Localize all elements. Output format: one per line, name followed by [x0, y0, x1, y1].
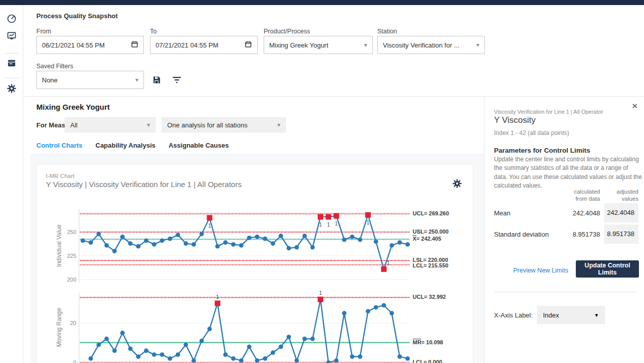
control-limits-panel: ✕ Viscosity Verification for Line 1 | Al…: [484, 97, 644, 363]
to-date-input[interactable]: 07/21/2021 04:55 PM: [150, 36, 258, 54]
tab-assignable-causes[interactable]: Assignable Causes: [169, 142, 229, 156]
chevron-down-icon: ▼: [594, 312, 599, 318]
panel-title: Y Viscosity: [494, 115, 536, 125]
svg-text:20: 20: [70, 320, 76, 326]
calendar-icon[interactable]: [244, 40, 252, 50]
svg-text:Individual Value: Individual Value: [56, 224, 63, 267]
chevron-down-icon: ▾: [147, 121, 150, 128]
chevron-down-icon: ▾: [364, 41, 367, 49]
sidebar: [0, 5, 23, 363]
tab-control-charts[interactable]: Control Charts: [36, 142, 82, 156]
station-value: Viscosity Verification for ...: [383, 41, 476, 49]
parameters-description: Update the center line and control limit…: [494, 155, 642, 191]
from-date-value: 06/21/2021 04:55 PM: [42, 41, 131, 49]
mean-row-label: Mean: [494, 209, 511, 217]
top-bar: [0, 0, 644, 5]
page-title: Process Quality Snapshot: [36, 12, 118, 20]
svg-text:225: 225: [67, 253, 76, 259]
limit-label-mr: MR= 10.098: [413, 339, 443, 345]
product-process-value: Mixing Greek Yogurt: [269, 41, 364, 49]
measure-value: All: [70, 121, 147, 129]
saved-filters-label: Saved Filters: [36, 63, 73, 70]
svg-text:0: 0: [73, 359, 76, 363]
mean-calculated-value: 242.4048: [555, 209, 600, 217]
tab-capability-analysis[interactable]: Capability Analysis: [95, 142, 156, 156]
svg-text:250: 250: [67, 229, 76, 235]
panel-section-divider: [494, 292, 637, 292]
chevron-down-icon: ▾: [476, 41, 479, 49]
index-range-label: Index 1 - 42 (all data points): [494, 129, 569, 137]
product-process-select[interactable]: Mixing Greek Yogurt ▾: [264, 36, 373, 54]
to-label: To: [150, 28, 157, 35]
svg-text:200: 200: [67, 277, 76, 283]
tab-bar: Control Charts Capability Analysis Assig…: [36, 142, 229, 156]
sidebar-divider: [5, 53, 19, 54]
stddev-calculated-value: 8.951738: [555, 231, 600, 238]
chart-card: 250225200Individual Value111111200Moving…: [36, 164, 473, 363]
station-select[interactable]: Viscosity Verification for ... ▾: [377, 36, 485, 54]
sidebar-divider: [5, 78, 19, 78]
xaxis-value: Index: [543, 311, 594, 319]
mean-adjusted-input[interactable]: 242.4048: [604, 203, 638, 222]
analysis-mode-select[interactable]: One analysis for all stations ▾: [162, 117, 286, 132]
limit-label-x: X= 242.405: [413, 236, 441, 242]
from-label: From: [36, 28, 51, 35]
process-quality-app: Process Quality Snapshot From 06/21/2021…: [0, 0, 644, 363]
analysis-mode-value: One analysis for all stations: [167, 121, 277, 129]
dashboard-gauge-icon[interactable]: [7, 14, 17, 24]
xaxis-select[interactable]: Index ▼: [537, 306, 605, 324]
limit-label-ucl: UCL= 32.992: [413, 294, 446, 300]
product-process-label: Product/Process: [264, 28, 310, 35]
update-control-limits-button[interactable]: Update Control Limits: [576, 260, 639, 278]
limit-label-ucl: UCL= 269.260: [413, 210, 449, 216]
column-header-calculated: calculatedfrom data: [574, 189, 600, 203]
panel-breadcrumb: Viscosity Verification for Line 1 | All …: [494, 109, 603, 115]
svg-text:1: 1: [216, 294, 219, 300]
svg-text:1: 1: [387, 260, 390, 266]
svg-text:1: 1: [335, 221, 338, 226]
chevron-down-icon: ▾: [277, 121, 280, 128]
imr-chart-plot: 250225200Individual Value111111200Moving…: [37, 164, 474, 363]
measure-select[interactable]: All ▾: [65, 117, 156, 132]
svg-text:1: 1: [208, 223, 211, 229]
svg-text:1: 1: [319, 222, 322, 228]
calendar-icon[interactable]: [131, 40, 138, 50]
chevron-down-icon: ▾: [135, 76, 138, 83]
monitor-chart-icon[interactable]: [7, 31, 17, 41]
saved-filters-value: None: [42, 76, 135, 84]
save-filter-icon[interactable]: [152, 75, 161, 84]
archive-box-icon[interactable]: [7, 58, 17, 68]
stddev-adjusted-input[interactable]: 8.951738: [604, 224, 638, 244]
process-title: Mixing Greek Yogurt: [36, 103, 110, 111]
stddev-row-label: Standard deviation: [494, 231, 549, 238]
svg-text:Moving Range: Moving Range: [56, 307, 63, 347]
close-icon[interactable]: ✕: [631, 102, 638, 111]
limit-label-usl: USL= 250.000: [413, 229, 449, 235]
svg-text:1: 1: [327, 222, 330, 228]
station-label: Station: [377, 28, 397, 35]
svg-text:1: 1: [367, 220, 370, 225]
limit-label-lcl: LCL= 0.000: [413, 359, 442, 363]
limit-label-lcl: LCL= 215.550: [413, 262, 449, 268]
from-date-input[interactable]: 06/21/2021 04:55 PM: [36, 36, 144, 54]
chart-settings-gear-icon[interactable]: [452, 178, 462, 189]
saved-filters-select[interactable]: None ▾: [36, 71, 144, 89]
settings-gear-icon[interactable]: [7, 83, 17, 94]
column-header-adjusted: adjustedvalues: [617, 189, 638, 203]
xaxis-label: X-Axis Label:: [494, 311, 533, 319]
filter-icon[interactable]: [172, 76, 181, 83]
svg-text:1: 1: [319, 290, 322, 296]
parameters-section-title: Parameters for Control Limits: [494, 147, 590, 154]
chart-title: Y Viscosity | Viscosity Verification for…: [46, 180, 241, 189]
preview-new-limits-link[interactable]: Preview New Limits: [513, 267, 568, 274]
chart-type-label: I-MR Chart: [46, 173, 74, 179]
to-date-value: 07/21/2021 04:55 PM: [156, 41, 244, 49]
